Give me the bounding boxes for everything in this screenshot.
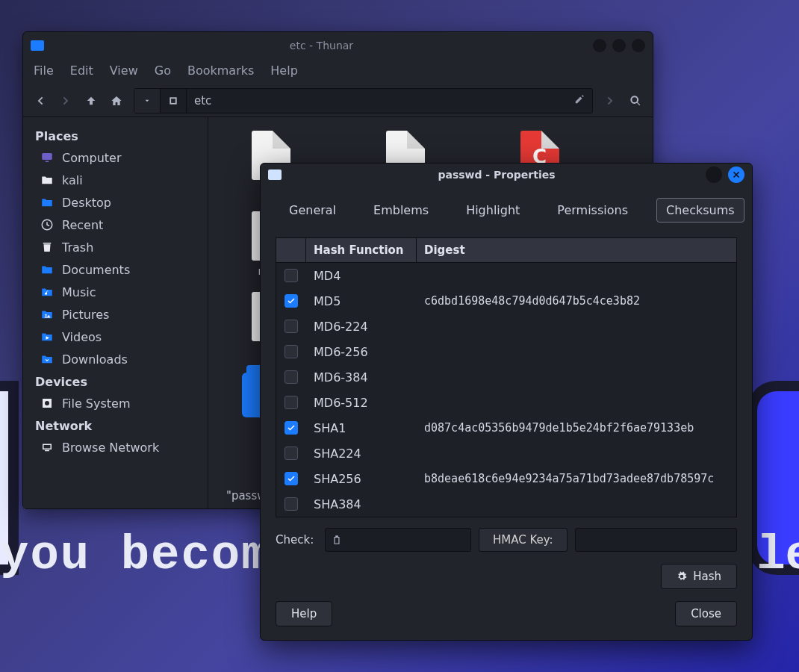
hash-function-name: SHA224 xyxy=(306,447,417,461)
hash-row-sha384[interactable]: SHA384 xyxy=(276,491,736,517)
sidebar-item-videos[interactable]: Videos xyxy=(23,326,208,348)
check-label: Check: xyxy=(276,533,317,547)
check-input[interactable] xyxy=(325,528,471,552)
sidebar-item-pictures[interactable]: Pictures xyxy=(23,303,208,326)
tab-emblems[interactable]: Emblems xyxy=(364,199,438,222)
sidebar-item-label: Documents xyxy=(62,263,130,277)
checkbox[interactable] xyxy=(285,447,298,460)
tab-permissions[interactable]: Permissions xyxy=(548,199,637,222)
hash-row-sha256[interactable]: SHA256b8deae618c6e94e9234a75a71bd73adee8… xyxy=(276,466,736,491)
hash-row-sha1[interactable]: SHA1d087c4ac05356b9479de1b5e24bf2f6ae791… xyxy=(276,415,736,441)
sidebar-item-label: kali xyxy=(62,173,83,187)
hash-button[interactable]: Hash xyxy=(661,564,737,589)
clipboard-icon xyxy=(332,535,342,545)
folder-white-icon xyxy=(40,172,55,187)
hash-table: Hash Function Digest MD4MD5c6dbd1698e48c… xyxy=(276,237,737,517)
checkbox[interactable] xyxy=(285,345,298,358)
path-bar[interactable]: etc xyxy=(134,88,593,113)
desktop-icon xyxy=(40,195,55,210)
sidebar-item-file-system[interactable]: File System xyxy=(23,392,208,414)
tab-highlight[interactable]: Highlight xyxy=(457,199,529,222)
hash-row-md6-384[interactable]: MD6-384 xyxy=(276,364,736,390)
hash-function-name: MD6-256 xyxy=(306,345,417,359)
path-root-button[interactable] xyxy=(161,89,187,113)
search-icon[interactable] xyxy=(624,90,647,112)
path-next-icon[interactable] xyxy=(599,90,621,112)
path-history-button[interactable] xyxy=(134,89,161,113)
sidebar-item-downloads[interactable]: Downloads xyxy=(23,348,208,370)
sidebar-item-computer[interactable]: Computer xyxy=(23,146,208,169)
hash-function-name: MD6-512 xyxy=(306,396,417,410)
menu-help[interactable]: Help xyxy=(270,63,297,78)
home-button[interactable] xyxy=(105,90,128,112)
sidebar-item-trash[interactable]: Trash xyxy=(23,236,208,258)
svg-rect-2 xyxy=(42,153,52,160)
sidebar-item-music[interactable]: Music xyxy=(23,281,208,303)
checkbox[interactable] xyxy=(285,294,298,308)
document-icon xyxy=(268,169,282,180)
checkbox[interactable] xyxy=(285,320,298,333)
sidebar-item-desktop[interactable]: Desktop xyxy=(23,191,208,214)
column-digest[interactable]: Digest xyxy=(417,238,736,262)
properties-dialog: passwd - Properties General Emblems High… xyxy=(260,163,753,641)
sidebar-item-label: File System xyxy=(62,396,131,411)
videos-icon xyxy=(40,329,55,344)
sidebar-item-recent[interactable]: Recent xyxy=(23,214,208,236)
sidebar-item-label: Pictures xyxy=(62,308,109,322)
svg-rect-3 xyxy=(46,161,49,163)
svg-point-5 xyxy=(45,314,46,316)
hash-row-md4[interactable]: MD4 xyxy=(276,263,736,288)
sidebar-item-documents[interactable]: Documents xyxy=(23,258,208,281)
help-button[interactable]: Help xyxy=(276,601,332,626)
checkbox[interactable] xyxy=(285,370,298,384)
close-button[interactable] xyxy=(728,167,744,183)
tab-general[interactable]: General xyxy=(280,199,345,222)
checkbox[interactable] xyxy=(285,396,298,409)
menu-bookmarks[interactable]: Bookmarks xyxy=(187,63,254,78)
gear-icon xyxy=(677,571,687,582)
hmac-key-input[interactable] xyxy=(575,528,737,552)
hash-row-md6-512[interactable]: MD6-512 xyxy=(276,390,736,415)
hash-digest-value: d087c4ac05356b9479de1b5e24bf2f6ae79133eb xyxy=(417,421,736,435)
hash-function-name: MD6-384 xyxy=(306,370,417,385)
sidebar-item-label: Browse Network xyxy=(62,441,159,455)
music-icon xyxy=(40,284,55,299)
sidebar-item-browse-network[interactable]: Browse Network xyxy=(23,436,208,458)
menu-file[interactable]: File xyxy=(34,63,54,78)
hash-function-name: MD6-224 xyxy=(306,320,417,334)
thunar-titlebar[interactable]: etc - Thunar xyxy=(23,32,653,59)
column-hash-function[interactable]: Hash Function xyxy=(306,238,417,262)
up-button[interactable] xyxy=(80,90,102,112)
checkbox[interactable] xyxy=(285,421,298,435)
close-dialog-button[interactable]: Close xyxy=(675,601,737,626)
back-button[interactable] xyxy=(29,90,52,112)
minimize-button[interactable] xyxy=(593,39,606,52)
maximize-button[interactable] xyxy=(612,39,626,52)
hash-row-md6-224[interactable]: MD6-224 xyxy=(276,314,736,339)
svg-rect-1 xyxy=(171,99,175,103)
minimize-button[interactable] xyxy=(706,167,722,183)
hash-row-md6-256[interactable]: MD6-256 xyxy=(276,339,736,364)
tab-checksums[interactable]: Checksums xyxy=(656,198,744,223)
forward-button[interactable] xyxy=(55,90,77,112)
close-button[interactable] xyxy=(632,39,645,52)
menu-edit[interactable]: Edit xyxy=(70,63,93,78)
hash-row-sha224[interactable]: SHA224 xyxy=(276,441,736,466)
checkbox[interactable] xyxy=(285,472,298,485)
path-edit-icon[interactable] xyxy=(567,94,592,108)
svg-rect-11 xyxy=(335,538,339,544)
net-icon xyxy=(40,440,55,455)
menu-view[interactable]: View xyxy=(110,63,138,78)
folder-icon xyxy=(40,262,55,277)
checkbox[interactable] xyxy=(285,497,298,511)
pictures-icon xyxy=(40,307,55,322)
hmac-key-label[interactable]: HMAC Key: xyxy=(479,528,568,552)
trash-icon xyxy=(40,240,55,255)
checkbox[interactable] xyxy=(285,269,298,282)
hash-row-md5[interactable]: MD5c6dbd1698e48c794d0d647b5c4ce3b82 xyxy=(276,288,736,314)
menu-go[interactable]: Go xyxy=(155,63,171,78)
sidebar-places-heading: Places xyxy=(23,125,208,146)
wallpaper-text-right: le xyxy=(756,529,799,582)
sidebar-item-kali[interactable]: kali xyxy=(23,169,208,191)
path-segment-etc[interactable]: etc xyxy=(187,89,219,113)
